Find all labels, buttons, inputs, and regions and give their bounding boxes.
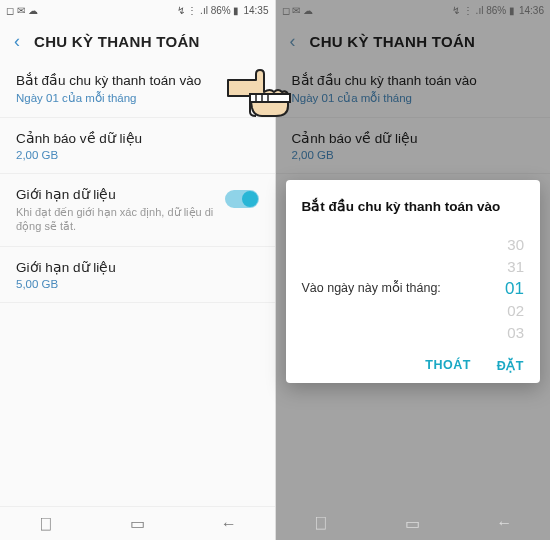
nav-recents-icon[interactable]: ⎕ xyxy=(312,514,330,532)
toggle-switch[interactable] xyxy=(225,190,259,208)
date-picker-dialog: Bắt đầu chu kỳ thanh toán vào Vào ngày n… xyxy=(286,180,541,383)
row-data-warning[interactable]: Cảnh báo về dữ liệu 2,00 GB xyxy=(0,118,275,174)
status-time: 14:35 xyxy=(243,5,268,16)
nav-back-icon[interactable]: ← xyxy=(495,514,513,532)
status-right-icons: ↯ ⋮ .ıl 86% ▮ xyxy=(177,5,240,16)
row-sub: 5,00 GB xyxy=(16,278,259,290)
dialog-actions: THOÁT ĐẶT xyxy=(302,358,525,373)
nav-recents-icon[interactable]: ⎕ xyxy=(37,515,55,533)
phone-right: ◻ ✉ ☁ ↯ ⋮ .ıl 86% ▮ 14:36 ‹ CHU KỲ THANH… xyxy=(275,0,551,540)
pointing-hand-icon xyxy=(226,62,296,122)
row-label: Bắt đầu chu kỳ thanh toán vào xyxy=(16,72,259,88)
nav-bar: ⎕ ▭ ← xyxy=(276,506,551,540)
row-label: Cảnh báo về dữ liệu xyxy=(16,130,259,146)
nav-bar: ⎕ ▭ ← xyxy=(0,506,275,540)
picker-item-selected: 01 xyxy=(464,278,524,300)
nav-home-icon[interactable]: ▭ xyxy=(404,514,422,532)
nav-back-icon[interactable]: ← xyxy=(220,515,238,533)
row-label: Giới hạn dữ liệu xyxy=(16,186,215,202)
dialog-title: Bắt đầu chu kỳ thanh toán vào xyxy=(302,198,525,214)
header: ‹ CHU KỲ THANH TOÁN xyxy=(0,20,275,60)
status-bar: ◻ ✉ ☁ ↯ ⋮ .ıl 86% ▮ 14:35 xyxy=(0,0,275,20)
picker-item: 03 xyxy=(464,322,524,344)
ok-button[interactable]: ĐẶT xyxy=(497,358,524,373)
row-sub: Ngày 01 của mỗi tháng xyxy=(16,91,259,105)
dialog-prompt: Vào ngày này mỗi tháng: xyxy=(302,280,453,298)
row-label: Giới hạn dữ liệu xyxy=(16,259,259,275)
picker-item: 30 xyxy=(464,234,524,256)
back-icon[interactable]: ‹ xyxy=(14,32,20,50)
day-picker[interactable]: 30 31 01 02 03 xyxy=(464,234,524,344)
settings-list: Bắt đầu chu kỳ thanh toán vào Ngày 01 củ… xyxy=(0,60,275,506)
row-desc: Khi đạt đến giới hạn xác định, dữ liệu d… xyxy=(16,205,215,234)
cancel-button[interactable]: THOÁT xyxy=(425,358,471,373)
row-data-limit-value[interactable]: Giới hạn dữ liệu 5,00 GB xyxy=(0,247,275,303)
row-sub: 2,00 GB xyxy=(16,149,259,161)
row-data-limit-toggle[interactable]: Giới hạn dữ liệu Khi đạt đến giới hạn xá… xyxy=(0,174,275,247)
status-left-icons: ◻ ✉ ☁ xyxy=(6,5,38,16)
nav-home-icon[interactable]: ▭ xyxy=(128,515,146,533)
picker-item: 02 xyxy=(464,300,524,322)
page-title: CHU KỲ THANH TOÁN xyxy=(34,33,200,50)
picker-item: 31 xyxy=(464,256,524,278)
